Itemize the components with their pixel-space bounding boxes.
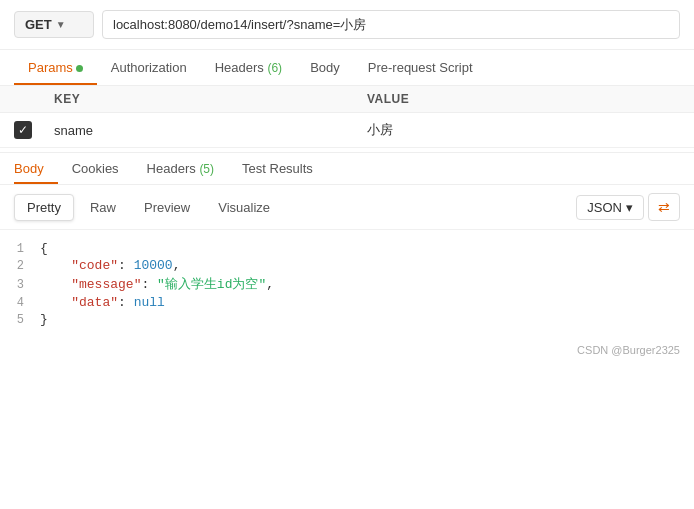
method-select[interactable]: GET ▼ — [14, 11, 94, 38]
param-value: 小房 — [367, 121, 680, 139]
checkbox-checked[interactable]: ✓ — [14, 121, 32, 139]
bottom-tabs: Body Cookies Headers (5) Test Results — [0, 152, 694, 185]
code-line-2: 2 "code": 10000, — [0, 257, 694, 274]
line-content: { — [40, 241, 48, 256]
tab-params[interactable]: Params — [14, 50, 97, 85]
watermark: CSDN @Burger2325 — [0, 338, 694, 362]
url-bar: GET ▼ — [0, 0, 694, 50]
code-line-5: 5 } — [0, 311, 694, 328]
param-checkbox[interactable]: ✓ — [14, 121, 54, 139]
url-input[interactable] — [102, 10, 680, 39]
params-section: KEY VALUE ✓ sname 小房 — [0, 86, 694, 148]
method-label: GET — [25, 17, 52, 32]
checkbox-col-header — [14, 92, 54, 106]
tab-authorization[interactable]: Authorization — [97, 50, 201, 85]
line-number: 2 — [0, 259, 40, 273]
value-col-header: VALUE — [367, 92, 680, 106]
response-toolbar: Pretty Raw Preview Visualize JSON ▾ ⇄ — [0, 185, 694, 230]
chevron-down-icon: ▾ — [626, 200, 633, 215]
tab-body[interactable]: Body — [296, 50, 354, 85]
tab-response-headers[interactable]: Headers (5) — [133, 153, 228, 184]
line-number: 5 — [0, 313, 40, 327]
chevron-down-icon: ▼ — [56, 19, 66, 30]
tab-prerequest[interactable]: Pre-request Script — [354, 50, 487, 85]
format-raw[interactable]: Raw — [78, 195, 128, 220]
format-preview[interactable]: Preview — [132, 195, 202, 220]
line-number: 1 — [0, 242, 40, 256]
tab-test-results[interactable]: Test Results — [228, 153, 327, 184]
param-key: sname — [54, 123, 367, 138]
format-pretty[interactable]: Pretty — [14, 194, 74, 221]
type-selector[interactable]: JSON ▾ — [576, 195, 644, 220]
wrap-button[interactable]: ⇄ — [648, 193, 680, 221]
tab-response-body[interactable]: Body — [14, 153, 58, 184]
line-content: "code": 10000, — [40, 258, 180, 273]
tab-cookies[interactable]: Cookies — [58, 153, 133, 184]
params-dot — [76, 65, 83, 72]
line-number: 3 — [0, 278, 40, 292]
top-tabs: Params Authorization Headers (6) Body Pr… — [0, 50, 694, 86]
wrap-icon: ⇄ — [658, 199, 670, 215]
code-line-4: 4 "data": null — [0, 294, 694, 311]
params-header: KEY VALUE — [0, 86, 694, 113]
code-area: 1 { 2 "code": 10000, 3 "message": "输入学生i… — [0, 230, 694, 338]
format-visualize[interactable]: Visualize — [206, 195, 282, 220]
line-content: } — [40, 312, 48, 327]
params-row: ✓ sname 小房 — [0, 113, 694, 148]
code-line-3: 3 "message": "输入学生id为空", — [0, 274, 694, 294]
line-content: "message": "输入学生id为空", — [40, 275, 274, 293]
line-content: "data": null — [40, 295, 165, 310]
line-number: 4 — [0, 296, 40, 310]
tab-headers[interactable]: Headers (6) — [201, 50, 296, 85]
key-col-header: KEY — [54, 92, 367, 106]
code-line-1: 1 { — [0, 240, 694, 257]
